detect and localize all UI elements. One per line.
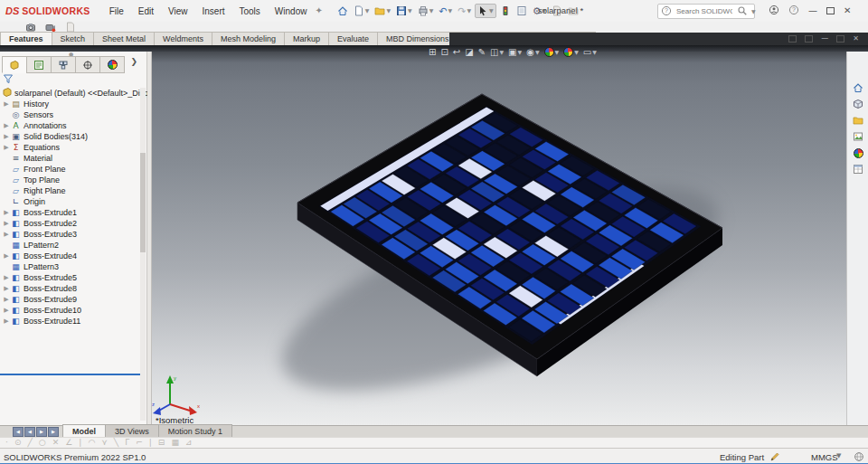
tree-item-solid-bodies-314-[interactable]: ▶▣Solid Bodies(314) xyxy=(2,131,88,142)
close-button[interactable]: ✕ xyxy=(844,6,851,15)
search-scope-caret-icon[interactable]: ▼ xyxy=(751,9,756,14)
tree-item-front-plane[interactable]: ▱Front Plane xyxy=(2,164,66,175)
tree-item-lpattern3[interactable]: ▦LPattern3 xyxy=(2,261,59,272)
solidworks-resources-icon[interactable] xyxy=(850,81,866,94)
tree-scrollbar[interactable] xyxy=(140,88,146,421)
menu-file[interactable]: File xyxy=(103,4,130,19)
file-explorer-icon[interactable] xyxy=(850,114,866,127)
commandtab-sheet-metal[interactable]: Sheet Metal xyxy=(93,32,155,45)
user-account-icon[interactable] xyxy=(769,5,779,17)
menu-window[interactable]: Window xyxy=(269,4,314,19)
commandtab-sketch[interactable]: Sketch xyxy=(52,32,95,45)
displaymanager-tab[interactable] xyxy=(99,56,125,73)
tree-item-boss-extrude1[interactable]: ▶◧Boss-Extrude1 xyxy=(2,207,77,218)
sketch-tool-icon-2[interactable]: ╱ xyxy=(27,439,32,447)
menu-tools[interactable]: Tools xyxy=(233,4,267,19)
help-icon[interactable]: ? xyxy=(788,5,799,17)
sketch-tool-icon-1[interactable]: ⊙ xyxy=(14,439,22,447)
custom-properties-icon[interactable] xyxy=(850,163,866,175)
tree-item-boss-extrude5[interactable]: ▶◧Boss-Extrude5 xyxy=(2,272,77,283)
tab-scroll-1[interactable]: ◀ xyxy=(24,427,35,437)
sketch-tool-icon-4[interactable]: ✕ xyxy=(52,439,60,447)
tree-item-boss-extrude2[interactable]: ▶◧Boss-Extrude2 xyxy=(2,218,77,229)
tab-scroll-3[interactable]: ▶ xyxy=(48,427,59,437)
tree-item-material-not-specified-[interactable]: ≡Material xyxy=(2,153,52,164)
sketch-tool-icon-7[interactable]: ◠ xyxy=(88,439,95,447)
tree-item-lpattern2[interactable]: ▦LPattern2 xyxy=(2,240,59,251)
view-orientation-icon[interactable]: ◫▼ xyxy=(490,48,504,57)
sketch-tool-icon-9[interactable]: ╲ xyxy=(114,439,118,447)
propertymanager-tab[interactable] xyxy=(26,56,52,73)
sketch-tool-icon-13[interactable]: ⊟ xyxy=(158,439,165,447)
redo-button[interactable]: ↷▼ xyxy=(456,5,473,17)
doctab-3d-views[interactable]: 3D Views xyxy=(105,424,159,438)
new-document-button[interactable]: ▼ xyxy=(352,5,372,17)
tree-item-boss-extrude3[interactable]: ▶◧Boss-Extrude3 xyxy=(2,229,77,240)
web-status-icon[interactable] xyxy=(854,451,864,464)
doc-window-icon[interactable] xyxy=(805,35,813,43)
tree-item-boss-extrude11[interactable]: ▶◧Boss-Extrude11 xyxy=(2,316,80,327)
dynamic-annotation-icon[interactable]: ✎ xyxy=(478,48,486,57)
tree-filter[interactable] xyxy=(3,73,140,86)
tree-item-history[interactable]: ▶▤History xyxy=(2,99,49,109)
menu-insert[interactable]: Insert xyxy=(195,4,231,19)
zoom-to-area-icon[interactable]: ⊡ xyxy=(440,48,448,57)
edit-appearance-icon[interactable]: ▼ xyxy=(544,47,560,57)
units-caret-icon[interactable]: ▼ xyxy=(836,453,841,459)
view-settings-icon[interactable]: ▭▼ xyxy=(583,48,597,57)
apply-scene-icon[interactable]: ▼ xyxy=(563,47,579,57)
appearances-scenes-icon[interactable] xyxy=(850,147,866,159)
more-tabs-arrow-icon[interactable]: ❯ xyxy=(130,58,137,66)
tree-item-top-plane[interactable]: ▱Top Plane xyxy=(2,175,60,185)
tree-item-boss-extrude4[interactable]: ▶◧Boss-Extrude4 xyxy=(2,251,77,261)
sketch-tool-icon-5[interactable]: ∠ xyxy=(65,439,72,447)
tree-item-origin[interactable]: ∟Origin xyxy=(2,196,45,207)
pin-menu-icon[interactable]: ✦ xyxy=(315,6,322,15)
design-library-icon[interactable] xyxy=(850,98,866,110)
tree-item-boss-extrude8[interactable]: ▶◧Boss-Extrude8 xyxy=(2,283,77,294)
tree-item-boss-extrude10[interactable]: ▶◧Boss-Extrude10 xyxy=(2,305,81,316)
tree-item-annotations[interactable]: ▶AAnnotations xyxy=(2,120,67,131)
print-button[interactable]: ▼ xyxy=(416,5,436,17)
tab-scroll-0[interactable]: ◀ xyxy=(13,427,24,437)
sketch-tool-icon-14[interactable]: ▦ xyxy=(171,439,179,447)
commandtab-weldments[interactable]: Weldments xyxy=(154,32,212,45)
sketch-tool-icon-11[interactable]: ⌐ xyxy=(136,439,143,447)
doc-minimize-icon[interactable]: — xyxy=(821,35,828,43)
view-palette-icon[interactable] xyxy=(850,130,866,143)
menu-edit[interactable]: Edit xyxy=(132,4,160,19)
tree-item-equations[interactable]: ▶ΣEquations xyxy=(2,142,60,153)
tab-scroll-2[interactable]: ▶ xyxy=(36,427,47,437)
sketch-tool-icon-6[interactable]: | xyxy=(79,439,81,447)
select-tool-button[interactable]: ▼ xyxy=(475,4,496,18)
tree-scrollbar-thumb[interactable] xyxy=(140,153,146,252)
sketch-tool-icon-12[interactable]: | xyxy=(149,439,152,447)
commandtab-features[interactable]: Features xyxy=(0,32,52,45)
home-button[interactable] xyxy=(335,5,350,17)
tree-item-right-plane[interactable]: ▱Right Plane xyxy=(2,185,66,196)
doctab-motion-study-1[interactable]: Motion Study 1 xyxy=(158,424,232,438)
minimize-button[interactable]: — xyxy=(808,6,817,15)
featuremanager-tab[interactable] xyxy=(2,56,27,73)
open-button[interactable]: ▼ xyxy=(373,5,392,17)
dimxpertmanager-tab[interactable] xyxy=(75,56,100,73)
undo-button[interactable]: ↶▼ xyxy=(437,5,454,17)
sketch-tool-icon-10[interactable]: Γ xyxy=(125,439,129,447)
doc-window-icon[interactable] xyxy=(788,35,797,43)
display-style-icon[interactable]: ▣▼ xyxy=(508,48,522,57)
tree-item-boss-extrude9[interactable]: ▶◧Boss-Extrude9 xyxy=(2,294,77,305)
doctab-model[interactable]: Model xyxy=(62,424,106,438)
configurationmanager-tab[interactable] xyxy=(51,56,76,73)
section-view-icon[interactable]: ◪ xyxy=(465,48,473,57)
doc-restore-icon[interactable] xyxy=(836,35,844,43)
search-icon[interactable] xyxy=(737,5,748,18)
solar-panel-model[interactable]: yxz xyxy=(152,52,846,425)
sketch-tool-icon-0[interactable]: · xyxy=(5,439,8,447)
help-search-box[interactable]: ? ▼ xyxy=(657,4,755,19)
rollback-bar[interactable] xyxy=(0,374,141,375)
tree-item-sensors[interactable]: ◎Sensors xyxy=(2,109,53,120)
restore-button[interactable] xyxy=(826,7,835,14)
hide-show-items-icon[interactable]: ◉▼ xyxy=(526,48,539,57)
graphics-viewport[interactable]: yxz *Isometric xyxy=(152,52,846,425)
sketch-tool-icon-15[interactable]: ⊿ xyxy=(185,439,193,447)
